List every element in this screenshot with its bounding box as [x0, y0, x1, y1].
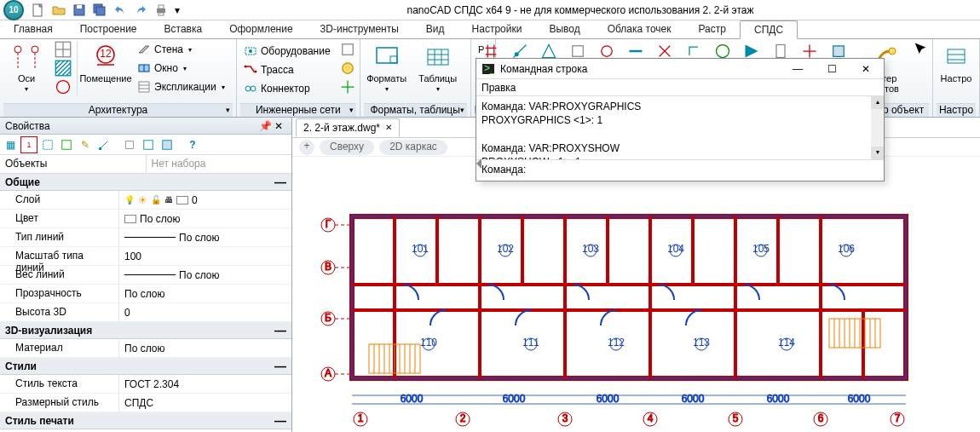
- undo-icon[interactable]: [112, 3, 128, 18]
- strip-icon[interactable]: [627, 43, 644, 60]
- strip-icon[interactable]: [801, 43, 818, 60]
- ribbon-tab[interactable]: Вывод: [535, 20, 593, 38]
- cmd-menu-edit[interactable]: Правка: [481, 82, 516, 94]
- command-scrollbar[interactable]: ▴ ▾: [871, 96, 884, 159]
- property-row[interactable]: Вес линийПо слою: [0, 266, 291, 285]
- svg-rect-57: [352, 216, 906, 378]
- trace-button[interactable]: Трасса: [240, 61, 334, 78]
- ribbon-tab[interactable]: Оформление: [216, 20, 306, 38]
- strip-icon[interactable]: [656, 43, 673, 60]
- property-row[interactable]: ПрозрачностьПо слою: [0, 285, 291, 303]
- close-icon[interactable]: ✕: [853, 60, 879, 78]
- strip-icon[interactable]: [714, 43, 731, 60]
- maximize-icon[interactable]: ☐: [819, 60, 845, 78]
- open-icon[interactable]: [51, 3, 66, 18]
- ptb-icon[interactable]: [140, 136, 157, 153]
- app-icon: 10: [3, 0, 24, 20]
- formats-button[interactable]: Форматы▾: [364, 41, 410, 99]
- property-section-header[interactable]: Стили—: [0, 358, 291, 375]
- util-icon-3[interactable]: [339, 78, 356, 95]
- ptb-icon[interactable]: ✎: [77, 136, 94, 153]
- circle-icon[interactable]: [55, 78, 72, 95]
- tables-button[interactable]: Таблицы▾: [415, 41, 461, 99]
- property-section-header[interactable]: Стиль печати—: [0, 412, 291, 429]
- ptb-icon[interactable]: [95, 136, 112, 153]
- saveall-icon[interactable]: [92, 3, 107, 18]
- command-output[interactable]: Команда: VAR:PROXYGRAPHICSPROXYGRAPHICS …: [476, 96, 884, 159]
- property-row[interactable]: Масштаб типа линий100: [0, 247, 291, 266]
- scroll-up-icon[interactable]: ▴: [871, 96, 884, 109]
- ribbon-tab[interactable]: 3D-инструменты: [307, 20, 412, 38]
- explication-button[interactable]: Экспликации▾: [134, 78, 228, 95]
- drawing-canvas[interactable]: Г В Б А 1 2 3 4 5 6 7 6000600060: [292, 157, 980, 432]
- hatch-icon[interactable]: [55, 60, 72, 77]
- strip-icon[interactable]: [511, 43, 528, 60]
- ptb-icon[interactable]: [58, 136, 75, 153]
- strip-icon[interactable]: [569, 43, 586, 60]
- strip-icon[interactable]: [772, 43, 789, 60]
- command-window-titlebar[interactable]: >_ Командная строка — ☐ ✕: [476, 59, 884, 79]
- sun-icon[interactable]: ☀: [138, 194, 147, 206]
- ribbon-tab[interactable]: Облака точек: [594, 20, 685, 38]
- property-row[interactable]: Стиль текстаГОСТ 2.304: [0, 375, 291, 394]
- view-pill-top[interactable]: Сверху: [320, 140, 374, 155]
- command-window[interactable]: >_ Командная строка — ☐ ✕ Правка Команда…: [476, 58, 885, 181]
- property-row[interactable]: ЦветПо слою: [0, 210, 291, 228]
- view-pill-wire[interactable]: 2D каркас: [379, 140, 447, 155]
- tab-close-icon[interactable]: ✕: [385, 123, 392, 132]
- window-button[interactable]: Окно▾: [134, 60, 228, 77]
- swatch-icon[interactable]: [124, 215, 136, 223]
- grid-icon[interactable]: [55, 41, 72, 58]
- strip-icon[interactable]: [482, 43, 499, 60]
- room-button[interactable]: 12 Помещение: [83, 41, 129, 99]
- panel-pin-icon[interactable]: 📌: [259, 120, 271, 132]
- ribbon-tab[interactable]: Вид: [412, 20, 458, 38]
- connector-button[interactable]: Коннектор: [240, 80, 334, 97]
- lock-icon[interactable]: 🔓: [151, 195, 161, 204]
- properties-object-selector[interactable]: Объекты Нет набора: [0, 155, 291, 174]
- help-icon[interactable]: ?: [184, 136, 201, 153]
- redo-icon[interactable]: [133, 3, 148, 18]
- ribbon-tab[interactable]: Главная: [0, 20, 66, 38]
- swatch-icon[interactable]: [176, 196, 188, 204]
- scroll-down-icon[interactable]: ▾: [871, 147, 884, 159]
- print-dropdown-icon[interactable]: ▾: [174, 3, 181, 18]
- strip-icon[interactable]: [743, 43, 760, 60]
- panel-close-icon[interactable]: ✕: [274, 120, 286, 132]
- ptb-icon[interactable]: ▦: [2, 136, 19, 153]
- axes-button[interactable]: Оси ▾: [3, 41, 49, 99]
- minimize-icon[interactable]: —: [785, 60, 810, 78]
- bulb-icon[interactable]: 💡: [124, 195, 135, 204]
- document-tab[interactable]: 2. 2-й этаж.dwg* ✕: [296, 118, 400, 137]
- print-icon[interactable]: [153, 3, 169, 18]
- property-row[interactable]: Слой💡☀🔓🖶0: [0, 191, 291, 210]
- equipment-button[interactable]: Оборудование: [240, 43, 334, 60]
- property-section-header[interactable]: 3D-визуализация—: [0, 322, 291, 339]
- ribbon-tab[interactable]: Растр: [685, 20, 740, 38]
- ptb-icon[interactable]: [159, 136, 176, 153]
- add-view-button[interactable]: +: [299, 140, 314, 155]
- util-icon-2[interactable]: [339, 60, 356, 77]
- command-input[interactable]: Команда:: [476, 159, 884, 178]
- property-row[interactable]: Высота 3D0: [0, 303, 291, 322]
- ribbon-tab[interactable]: Построение: [66, 20, 151, 38]
- property-section-header[interactable]: Общие—: [0, 174, 291, 191]
- ribbon-tab[interactable]: Вставка: [151, 20, 216, 38]
- property-row[interactable]: Тип линийПо слою: [0, 228, 291, 247]
- new-icon[interactable]: [31, 3, 46, 18]
- save-icon[interactable]: [72, 3, 87, 18]
- property-row[interactable]: Размерный стильСПДС: [0, 394, 291, 412]
- ptb-icon[interactable]: [39, 136, 56, 153]
- strip-icon[interactable]: [685, 43, 702, 60]
- util-icon-1[interactable]: [339, 41, 356, 58]
- ptb-icon[interactable]: [121, 136, 138, 153]
- ribbon-tab[interactable]: СПДС: [740, 20, 798, 39]
- strip-icon[interactable]: [830, 43, 847, 60]
- property-row[interactable]: МатериалПо слою: [0, 339, 291, 358]
- ptb-icon[interactable]: 1: [20, 136, 37, 153]
- ribbon-tab[interactable]: Настройки: [458, 20, 536, 38]
- strip-icon[interactable]: [598, 43, 615, 60]
- wall-button[interactable]: Стена▾: [134, 41, 228, 58]
- strip-icon[interactable]: [540, 43, 557, 60]
- print-icon[interactable]: 🖶: [164, 195, 173, 204]
